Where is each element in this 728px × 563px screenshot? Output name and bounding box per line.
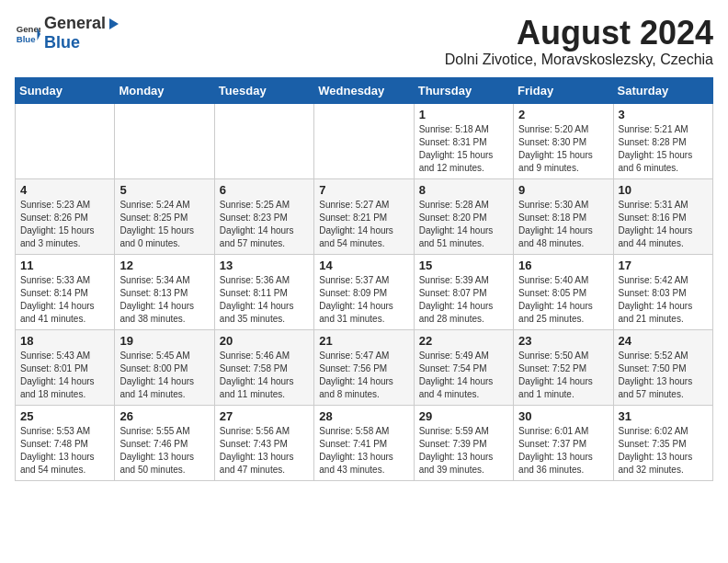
day-detail: Sunrise: 5:25 AM Sunset: 8:23 PM Dayligh… <box>220 199 309 250</box>
day-number: 1 <box>419 108 508 121</box>
day-cell: 2Sunrise: 5:20 AM Sunset: 8:30 PM Daylig… <box>514 103 613 178</box>
calendar-table: SundayMondayTuesdayWednesdayThursdayFrid… <box>15 77 713 481</box>
header: General Blue General Blue August 2024 Do… <box>15 15 713 68</box>
day-cell: 6Sunrise: 5:25 AM Sunset: 8:23 PM Daylig… <box>214 178 313 254</box>
day-detail: Sunrise: 5:55 AM Sunset: 7:46 PM Dayligh… <box>119 425 209 477</box>
day-number: 24 <box>619 334 708 348</box>
day-detail: Sunrise: 5:36 AM Sunset: 8:11 PM Dayligh… <box>220 274 309 326</box>
day-cell: 25Sunrise: 5:53 AM Sunset: 7:48 PM Dayli… <box>16 405 115 480</box>
day-detail: Sunrise: 5:23 AM Sunset: 8:26 PM Dayligh… <box>20 199 109 250</box>
day-number: 3 <box>619 108 708 121</box>
day-detail: Sunrise: 5:45 AM Sunset: 8:00 PM Dayligh… <box>119 350 209 401</box>
header-tuesday: Tuesday <box>214 77 313 103</box>
day-number: 27 <box>220 409 309 423</box>
day-number: 25 <box>20 409 109 423</box>
day-number: 8 <box>419 183 508 197</box>
day-cell: 19Sunrise: 5:45 AM Sunset: 8:00 PM Dayli… <box>115 329 214 405</box>
day-cell: 16Sunrise: 5:40 AM Sunset: 8:05 PM Dayli… <box>514 254 613 329</box>
day-cell: 5Sunrise: 5:24 AM Sunset: 8:25 PM Daylig… <box>115 178 214 254</box>
day-cell: 22Sunrise: 5:49 AM Sunset: 7:54 PM Dayli… <box>414 329 513 405</box>
day-cell: 11Sunrise: 5:33 AM Sunset: 8:14 PM Dayli… <box>16 254 115 329</box>
day-detail: Sunrise: 5:34 AM Sunset: 8:13 PM Dayligh… <box>119 274 209 326</box>
day-detail: Sunrise: 6:01 AM Sunset: 7:37 PM Dayligh… <box>518 425 608 477</box>
day-detail: Sunrise: 5:47 AM Sunset: 7:56 PM Dayligh… <box>319 350 408 401</box>
day-number: 5 <box>119 183 209 197</box>
day-cell: 9Sunrise: 5:30 AM Sunset: 8:18 PM Daylig… <box>514 178 613 254</box>
header-thursday: Thursday <box>414 77 513 103</box>
day-cell: 31Sunrise: 6:02 AM Sunset: 7:35 PM Dayli… <box>613 405 712 480</box>
day-cell: 27Sunrise: 5:56 AM Sunset: 7:43 PM Dayli… <box>214 405 313 480</box>
day-number: 12 <box>119 259 209 272</box>
day-detail: Sunrise: 5:52 AM Sunset: 7:50 PM Dayligh… <box>619 350 708 401</box>
day-detail: Sunrise: 5:50 AM Sunset: 7:52 PM Dayligh… <box>518 350 608 401</box>
logo-arrow <box>108 15 120 33</box>
day-number: 19 <box>119 334 209 348</box>
day-cell: 21Sunrise: 5:47 AM Sunset: 7:56 PM Dayli… <box>314 329 414 405</box>
day-number: 31 <box>619 409 708 423</box>
day-number: 15 <box>419 259 508 272</box>
day-number: 10 <box>619 183 708 197</box>
day-detail: Sunrise: 5:58 AM Sunset: 7:41 PM Dayligh… <box>319 425 408 477</box>
day-cell: 12Sunrise: 5:34 AM Sunset: 8:13 PM Dayli… <box>115 254 214 329</box>
day-cell: 4Sunrise: 5:23 AM Sunset: 8:26 PM Daylig… <box>16 178 115 254</box>
day-cell: 30Sunrise: 6:01 AM Sunset: 7:37 PM Dayli… <box>514 405 613 480</box>
day-detail: Sunrise: 5:46 AM Sunset: 7:58 PM Dayligh… <box>220 350 309 401</box>
title-area: August 2024 Dolni Zivotice, Moravskoslez… <box>445 15 713 68</box>
day-detail: Sunrise: 5:33 AM Sunset: 8:14 PM Dayligh… <box>20 274 109 326</box>
day-number: 17 <box>619 259 708 272</box>
day-number: 28 <box>319 409 408 423</box>
day-number: 20 <box>220 334 309 348</box>
day-number: 22 <box>419 334 508 348</box>
day-cell <box>214 103 313 178</box>
day-number: 21 <box>319 334 408 348</box>
day-cell <box>16 103 115 178</box>
day-detail: Sunrise: 5:59 AM Sunset: 7:39 PM Dayligh… <box>419 425 508 477</box>
day-cell: 29Sunrise: 5:59 AM Sunset: 7:39 PM Dayli… <box>414 405 513 480</box>
svg-text:General: General <box>17 24 40 34</box>
day-cell: 15Sunrise: 5:39 AM Sunset: 8:07 PM Dayli… <box>414 254 513 329</box>
week-row-3: 18Sunrise: 5:43 AM Sunset: 8:01 PM Dayli… <box>16 329 713 405</box>
header-row: SundayMondayTuesdayWednesdayThursdayFrid… <box>16 77 713 103</box>
day-cell: 10Sunrise: 5:31 AM Sunset: 8:16 PM Dayli… <box>613 178 712 254</box>
day-cell <box>314 103 414 178</box>
day-number: 2 <box>518 108 608 121</box>
day-cell: 3Sunrise: 5:21 AM Sunset: 8:28 PM Daylig… <box>613 103 712 178</box>
day-number: 14 <box>319 259 408 272</box>
day-cell: 17Sunrise: 5:42 AM Sunset: 8:03 PM Dayli… <box>613 254 712 329</box>
header-saturday: Saturday <box>613 77 712 103</box>
day-number: 16 <box>518 259 608 272</box>
day-cell: 26Sunrise: 5:55 AM Sunset: 7:46 PM Dayli… <box>115 405 214 480</box>
day-detail: Sunrise: 5:21 AM Sunset: 8:28 PM Dayligh… <box>619 123 708 175</box>
header-friday: Friday <box>514 77 613 103</box>
week-row-2: 11Sunrise: 5:33 AM Sunset: 8:14 PM Dayli… <box>16 254 713 329</box>
day-cell: 14Sunrise: 5:37 AM Sunset: 8:09 PM Dayli… <box>314 254 414 329</box>
day-cell: 7Sunrise: 5:27 AM Sunset: 8:21 PM Daylig… <box>314 178 414 254</box>
header-monday: Monday <box>115 77 214 103</box>
day-cell: 13Sunrise: 5:36 AM Sunset: 8:11 PM Dayli… <box>214 254 313 329</box>
day-detail: Sunrise: 5:53 AM Sunset: 7:48 PM Dayligh… <box>20 425 109 477</box>
subtitle: Dolni Zivotice, Moravskoslezsky, Czechia <box>445 52 713 68</box>
week-row-4: 25Sunrise: 5:53 AM Sunset: 7:48 PM Dayli… <box>16 405 713 480</box>
week-row-0: 1Sunrise: 5:18 AM Sunset: 8:31 PM Daylig… <box>16 103 713 178</box>
day-detail: Sunrise: 5:42 AM Sunset: 8:03 PM Dayligh… <box>619 274 708 326</box>
day-number: 13 <box>220 259 309 272</box>
day-number: 11 <box>20 259 109 272</box>
main-title: August 2024 <box>445 15 713 52</box>
svg-text:Blue: Blue <box>17 33 36 43</box>
day-number: 26 <box>119 409 209 423</box>
logo-general: General <box>44 15 106 33</box>
day-cell: 1Sunrise: 5:18 AM Sunset: 8:31 PM Daylig… <box>414 103 513 178</box>
day-detail: Sunrise: 5:27 AM Sunset: 8:21 PM Dayligh… <box>319 199 408 250</box>
svg-marker-3 <box>109 18 119 29</box>
day-detail: Sunrise: 5:49 AM Sunset: 7:54 PM Dayligh… <box>419 350 508 401</box>
day-detail: Sunrise: 5:20 AM Sunset: 8:30 PM Dayligh… <box>518 123 608 175</box>
logo-blue: Blue <box>44 33 80 52</box>
day-cell: 18Sunrise: 5:43 AM Sunset: 8:01 PM Dayli… <box>16 329 115 405</box>
day-number: 7 <box>319 183 408 197</box>
day-number: 4 <box>20 183 109 197</box>
day-detail: Sunrise: 5:39 AM Sunset: 8:07 PM Dayligh… <box>419 274 508 326</box>
day-cell <box>115 103 214 178</box>
week-row-1: 4Sunrise: 5:23 AM Sunset: 8:26 PM Daylig… <box>16 178 713 254</box>
day-cell: 8Sunrise: 5:28 AM Sunset: 8:20 PM Daylig… <box>414 178 513 254</box>
day-number: 9 <box>518 183 608 197</box>
